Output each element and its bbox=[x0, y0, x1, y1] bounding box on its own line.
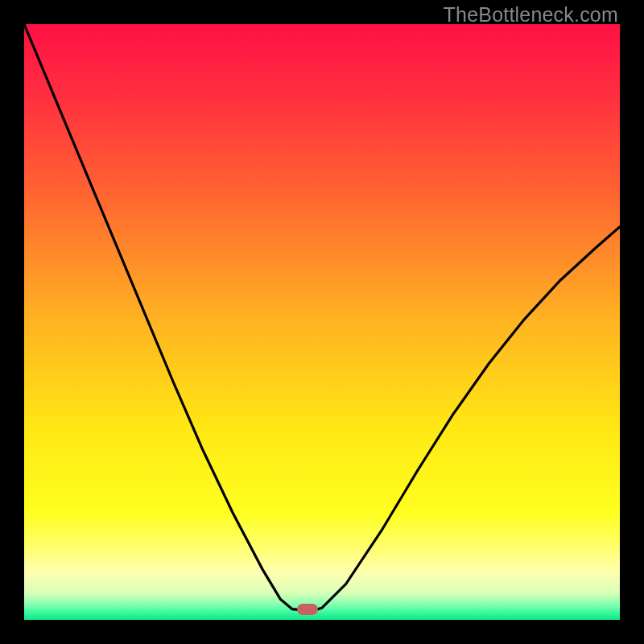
plot-area bbox=[24, 24, 620, 620]
outer-frame: TheBottleneck.com bbox=[0, 0, 644, 644]
curve-left bbox=[24, 24, 298, 609]
curve-right bbox=[316, 227, 620, 610]
bottleneck-curve bbox=[24, 24, 620, 620]
watermark-label: TheBottleneck.com bbox=[444, 3, 618, 27]
optimal-marker bbox=[297, 604, 318, 615]
